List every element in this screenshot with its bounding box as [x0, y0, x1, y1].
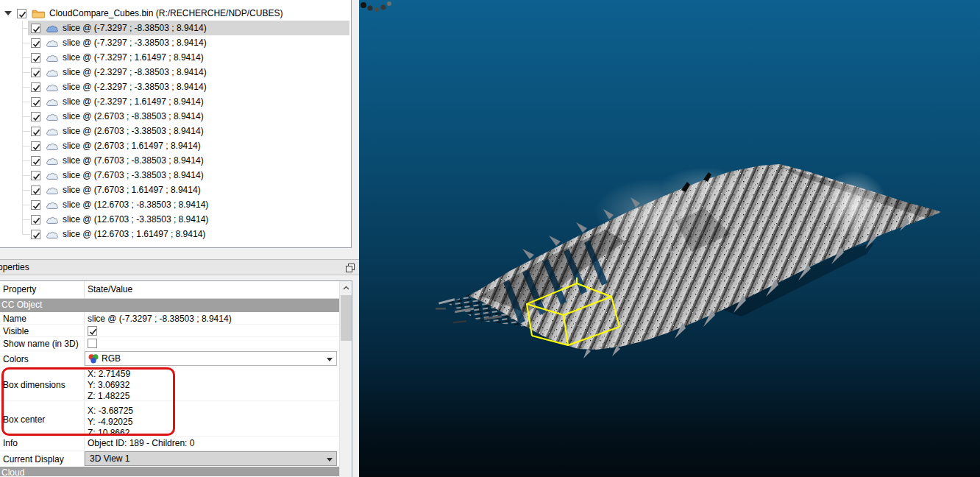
item-checkbox[interactable]	[31, 53, 40, 63]
point-cloud-icon	[46, 230, 58, 239]
tree-item-slice[interactable]: slice @ (-2.3297 ; -3.38503 ; 8.9414)	[0, 80, 351, 94]
db-tree-panel[interactable]: CloudCompare_Cubes.bin (R:/RECHERCHE/NDP…	[0, 0, 352, 248]
trackball-icon[interactable]	[361, 1, 391, 12]
point-cloud-icon	[46, 112, 58, 121]
tree-root-item[interactable]: CloudCompare_Cubes.bin (R:/RECHERCHE/NDP…	[0, 6, 351, 21]
tree-line-stub	[22, 102, 30, 102]
item-label: slice @ (-2.3297 ; -3.38503 ; 8.9414)	[63, 82, 207, 92]
item-checkbox[interactable]	[31, 156, 40, 166]
item-checkbox[interactable]	[31, 38, 40, 48]
item-label: slice @ (-7.3297 ; -3.38503 ; 8.9414)	[63, 38, 207, 48]
point-cloud-icon	[46, 97, 58, 107]
tree-line-stub	[22, 87, 30, 88]
checkmark-icon	[32, 39, 41, 49]
tree-item-slice[interactable]: slice @ (-7.3297 ; 1.61497 ; 8.9414)	[0, 50, 351, 65]
item-label: slice @ (-2.3297 ; -8.38503 ; 8.9414)	[63, 67, 207, 77]
item-checkbox[interactable]	[31, 97, 40, 107]
tree-item-slice[interactable]: slice @ (7.6703 ; -8.38503 ; 8.9414)	[0, 153, 351, 168]
item-label: slice @ (2.6703 ; -3.38503 ; 8.9414)	[63, 126, 204, 136]
item-label: slice @ (12.6703 ; -3.38503 ; 8.9414)	[63, 214, 208, 225]
item-label: slice @ (7.6703 ; -8.38503 ; 8.9414)	[63, 155, 204, 166]
item-checkbox[interactable]	[31, 112, 40, 121]
tree-item-slice[interactable]: slice @ (-7.3297 ; -3.38503 ; 8.9414)	[0, 35, 351, 50]
item-checkbox[interactable]	[31, 171, 40, 180]
point-cloud-icon	[46, 186, 58, 195]
tree-line-stub	[22, 72, 30, 73]
properties-titlebar[interactable]: roperties	[0, 259, 359, 275]
property-row-colors: Colors RGB	[0, 350, 339, 367]
item-checkbox[interactable]	[31, 24, 40, 33]
tree-item-slice[interactable]: slice @ (12.6703 ; 1.61497 ; 8.9414)	[0, 227, 351, 241]
box-center-x: X: -3.68725	[88, 406, 339, 417]
property-label: Box dimensions	[0, 367, 85, 400]
point-cloud-icon	[46, 82, 58, 92]
box-dim-z: Z: 1.48225	[88, 391, 339, 402]
property-row-info: Info Object ID: 189 - Children: 0	[0, 437, 339, 451]
visible-checkbox[interactable]	[88, 326, 97, 336]
tree-line-stub	[22, 205, 30, 205]
db-tree-items: slice @ (-7.3297 ; -8.38503 ; 8.9414) sl…	[0, 21, 351, 241]
property-label: Box center	[0, 401, 85, 436]
property-label: Show name (in 3D)	[0, 337, 85, 350]
3d-viewport[interactable]	[359, 0, 980, 477]
item-checkbox[interactable]	[31, 215, 40, 225]
tree-item-slice[interactable]: slice @ (2.6703 ; -8.38503 ; 8.9414)	[0, 109, 351, 124]
tree-item-slice[interactable]: slice @ (2.6703 ; -3.38503 ; 8.9414)	[0, 124, 351, 138]
point-cloud-icon	[46, 156, 58, 166]
item-label: slice @ (7.6703 ; -3.38503 ; 8.9414)	[63, 170, 204, 180]
chevron-up-icon	[341, 284, 351, 292]
tree-item-slice[interactable]: slice @ (2.6703 ; 1.61497 ; 8.9414)	[0, 138, 351, 153]
tree-line-stub	[22, 146, 30, 146]
point-cloud-icon	[46, 171, 58, 180]
property-row-show-name: Show name (in 3D)	[0, 337, 339, 350]
root-checkbox[interactable]	[17, 9, 26, 18]
property-label: Name	[0, 312, 85, 324]
item-checkbox[interactable]	[31, 186, 40, 195]
expander-icon[interactable]	[4, 11, 12, 15]
tree-item-slice[interactable]: slice @ (7.6703 ; 1.61497 ; 8.9414)	[0, 183, 351, 197]
scrollbar-thumb[interactable]	[341, 295, 352, 341]
property-row-visible: Visible	[0, 325, 339, 337]
properties-panel-title: roperties	[0, 262, 29, 272]
tree-item-slice[interactable]: slice @ (-2.3297 ; 1.61497 ; 8.9414)	[0, 94, 351, 109]
chevron-down-icon	[327, 458, 333, 464]
item-checkbox[interactable]	[31, 127, 40, 136]
item-checkbox[interactable]	[31, 200, 40, 210]
tree-item-slice[interactable]: slice @ (12.6703 ; -8.38503 ; 8.9414)	[0, 197, 351, 212]
float-window-icon	[345, 263, 355, 273]
item-label: slice @ (12.6703 ; -8.38503 ; 8.9414)	[63, 199, 208, 210]
item-checkbox[interactable]	[31, 230, 40, 239]
properties-scrollbar[interactable]	[339, 281, 352, 477]
tree-item-slice[interactable]: slice @ (-2.3297 ; -8.38503 ; 8.9414)	[0, 65, 351, 80]
checkmark-icon	[32, 201, 41, 211]
checkmark-icon	[32, 216, 41, 225]
point-cloud-icon	[46, 68, 58, 77]
tree-item-slice[interactable]: slice @ (12.6703 ; -3.38503 ; 8.9414)	[0, 212, 351, 227]
checkmark-icon	[32, 157, 41, 166]
tree-item-slice[interactable]: slice @ (-7.3297 ; -8.38503 ; 8.9414)	[0, 21, 351, 35]
colors-combobox[interactable]: RGB	[85, 351, 337, 366]
current-display-combobox[interactable]: 3D View 1	[85, 451, 337, 466]
item-label: slice @ (2.6703 ; -8.38503 ; 8.9414)	[63, 111, 204, 121]
checkmark-icon	[32, 127, 41, 137]
tree-item-slice[interactable]: slice @ (7.6703 ; -3.38503 ; 8.9414)	[0, 168, 351, 183]
checkmark-icon	[32, 113, 41, 122]
item-label: slice @ (7.6703 ; 1.61497 ; 8.9414)	[63, 185, 201, 195]
checkmark-icon	[32, 24, 41, 34]
scroll-up-button[interactable]	[340, 281, 352, 294]
section-cc-object: CC Object	[0, 299, 339, 312]
item-label: slice @ (12.6703 ; 1.61497 ; 8.9414)	[63, 229, 205, 239]
item-checkbox[interactable]	[31, 141, 40, 151]
item-checkbox[interactable]	[31, 82, 40, 92]
tree-line-stub	[22, 116, 30, 117]
rgb-icon	[88, 353, 99, 364]
property-value: slice @ (-7.3297 ; -8.38503 ; 8.9414)	[85, 312, 339, 324]
property-label: Info	[0, 437, 85, 450]
item-label: slice @ (2.6703 ; 1.61497 ; 8.9414)	[63, 141, 201, 151]
tree-line-stub	[22, 57, 30, 58]
float-panel-button[interactable]	[344, 261, 356, 274]
show-name-checkbox[interactable]	[88, 339, 97, 348]
point-cloud-icon	[46, 215, 58, 225]
box-dim-x: X: 2.71459	[88, 369, 339, 380]
item-checkbox[interactable]	[31, 68, 40, 77]
